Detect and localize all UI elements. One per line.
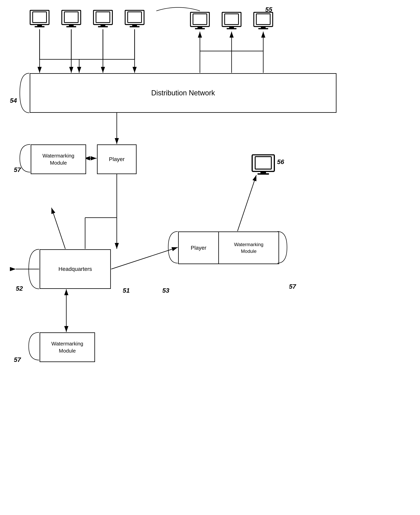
svg-rect-57 [258,28,268,29]
player-top: Player [97,144,136,174]
svg-rect-40 [101,24,105,26]
label-55: 55 [265,6,272,13]
svg-rect-47 [193,14,207,24]
monitor-top-3 [93,10,113,28]
monitor-right-3 [253,12,273,30]
monitor-top-2 [61,10,81,28]
label-52: 52 [16,285,23,292]
watermarking-module-right-box: WatermarkingModule [219,232,278,264]
label-53: 53 [162,287,169,294]
svg-rect-60 [261,171,266,173]
svg-rect-35 [64,12,78,22]
svg-line-22 [111,247,178,269]
svg-rect-55 [256,14,270,24]
watermarking-module-top: WatermarkingModule [31,144,86,174]
watermarking-module-bottom: WatermarkingModule [40,332,95,362]
svg-rect-59 [255,157,271,169]
watermarking-module-right-label: WatermarkingModule [234,241,263,254]
label-54: 54 [10,97,17,104]
svg-rect-39 [96,12,110,22]
diagram-container: Distribution Network WatermarkingModule … [0,0,420,515]
player-right-box: Player [179,232,219,264]
monitor-top-1 [30,10,50,28]
watermarking-module-top-label: WatermarkingModule [43,152,75,167]
svg-rect-44 [132,24,137,26]
label-57-bottom: 57 [14,356,21,363]
distribution-network-box: Distribution Network [30,73,337,113]
player-right-label: Player [191,245,206,251]
distribution-network-label: Distribution Network [151,89,215,97]
svg-line-27 [238,175,256,231]
headquarters-label: Headquarters [58,266,92,272]
svg-rect-52 [229,27,234,28]
monitor-top-4 [125,10,144,28]
monitor-right-1 [190,12,210,30]
svg-rect-49 [195,28,205,29]
monitor-right-2 [222,12,241,30]
label-56: 56 [277,158,284,166]
svg-rect-51 [225,14,239,24]
label-57-right: 57 [289,283,296,290]
svg-rect-48 [197,27,202,28]
svg-rect-43 [128,12,142,22]
svg-rect-37 [66,26,76,27]
svg-rect-53 [227,28,237,29]
label-51: 51 [123,287,130,294]
watermarking-module-bottom-label: WatermarkingModule [52,340,83,354]
svg-line-24 [52,208,65,249]
svg-rect-56 [261,27,266,28]
label-57-top: 57 [14,166,21,174]
svg-rect-33 [35,26,45,27]
monitor-single [251,154,275,175]
svg-rect-45 [130,26,140,27]
svg-rect-31 [33,12,46,22]
player-top-label: Player [109,156,125,162]
svg-rect-36 [69,24,74,26]
svg-rect-61 [257,173,269,175]
headquarters-box: Headquarters [40,249,111,289]
svg-rect-32 [37,24,42,26]
svg-rect-41 [98,26,108,27]
player-wm-right-container: Player WatermarkingModule [178,231,279,264]
